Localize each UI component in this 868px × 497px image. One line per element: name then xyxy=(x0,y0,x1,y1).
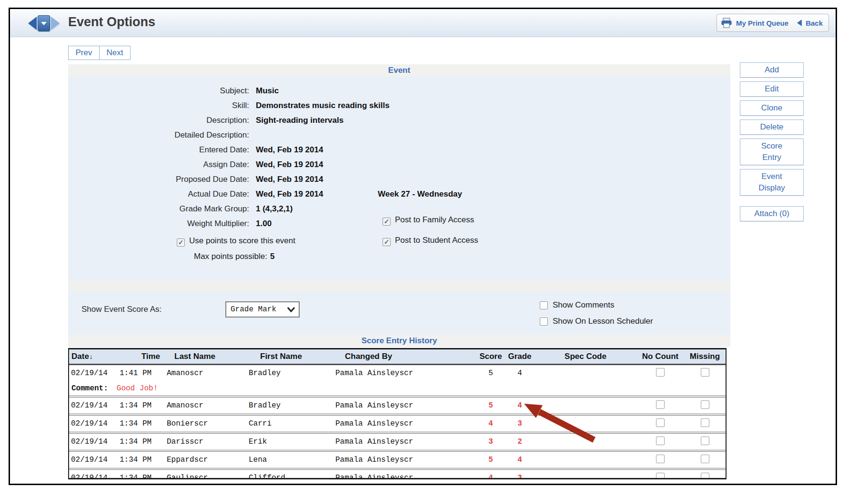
nocount-checkbox[interactable] xyxy=(656,400,665,409)
post-student-row: ✓Post to Student Access xyxy=(383,236,478,246)
nocount-checkbox[interactable] xyxy=(656,418,665,427)
cell-last: Darisscr xyxy=(162,433,233,451)
cell-time: 1:34 PM xyxy=(117,415,162,433)
cell-changed: Pamala Ainsleyscr xyxy=(306,365,476,382)
cell-last: Amanoscr xyxy=(162,365,233,382)
cell-time: 1:34 PM xyxy=(117,451,162,469)
field-value: Wed, Feb 19 2014 xyxy=(256,175,323,184)
column-header-grade[interactable]: Grade xyxy=(505,349,535,365)
score-entry-button[interactable]: Score Entry xyxy=(740,139,804,165)
nocount-checkbox[interactable] xyxy=(656,368,665,377)
use-points-checkbox[interactable]: ✓ xyxy=(177,239,185,247)
event-field-row: Entered Date:Wed, Feb 19 2014 xyxy=(68,142,730,157)
max-points-row: Max points possible:5 xyxy=(194,252,275,261)
cell-nocount xyxy=(636,397,684,415)
column-header-spec-code[interactable]: Spec Code xyxy=(535,349,636,365)
field-label: Subject: xyxy=(68,83,249,98)
history-row: 02/19/141:34 PMGaulinscrCliffordPamala A… xyxy=(69,469,726,479)
missing-checkbox[interactable] xyxy=(701,455,709,463)
history-section-header: Score Entry History xyxy=(68,335,730,347)
use-points-row: ✓Use points to score this event xyxy=(177,236,295,248)
clone-button[interactable]: Clone xyxy=(740,100,804,116)
field-extra: Week 27 - Wednesday xyxy=(378,187,462,201)
missing-checkbox[interactable] xyxy=(701,473,709,480)
section-divider xyxy=(68,280,730,292)
missing-checkbox[interactable] xyxy=(701,400,709,409)
cell-spec xyxy=(535,397,636,415)
back-link[interactable]: Back xyxy=(806,19,823,27)
record-menu-button[interactable] xyxy=(38,15,50,31)
column-header-time[interactable]: Time xyxy=(117,349,162,365)
max-points-value: 5 xyxy=(270,252,274,261)
event-section-header: Event xyxy=(68,64,730,77)
cell-missing xyxy=(684,397,726,415)
cell-date: 02/19/14 xyxy=(69,397,117,415)
event-field-row: Assign Date:Wed, Feb 19 2014 xyxy=(68,157,730,172)
add-button[interactable]: Add xyxy=(740,62,804,78)
cell-last: Amanoscr xyxy=(162,397,233,415)
history-row: 02/19/141:34 PMDarisscrErikPamala Ainsle… xyxy=(69,433,726,451)
next-button[interactable]: Next xyxy=(99,46,131,60)
print-queue-bar: My Print Queue Back xyxy=(717,14,829,32)
show-comments-checkbox[interactable] xyxy=(540,301,548,309)
cell-first: Lena xyxy=(233,451,306,469)
cell-time: 1:34 PM xyxy=(117,433,162,451)
history-row: 02/19/141:34 PMEppardscrLenaPamala Ainsl… xyxy=(69,451,726,469)
column-header-no-count[interactable]: No Count xyxy=(636,349,684,365)
nocount-checkbox[interactable] xyxy=(656,455,665,463)
delete-button[interactable]: Delete xyxy=(740,119,804,135)
cell-grade: 3 xyxy=(505,415,535,433)
event-field-row: Grade Mark Group:1 (4,3,2,1) xyxy=(68,201,730,216)
table-header-row: Date↓ Time Last Name First Name Changed … xyxy=(69,349,726,365)
edit-button[interactable]: Edit xyxy=(740,81,804,97)
cell-missing xyxy=(684,365,726,382)
cell-last: Gaulinscr xyxy=(162,469,233,479)
previous-record-icon[interactable] xyxy=(28,17,37,30)
score-options-panel: Show Event Score As: Grade Mark Show Com… xyxy=(68,292,730,335)
event-field-row: Actual Due Date:Wed, Feb 19 2014Week 27 … xyxy=(68,187,730,201)
column-header-score[interactable]: Score xyxy=(476,349,505,365)
field-label: Grade Mark Group: xyxy=(68,201,249,216)
missing-checkbox[interactable] xyxy=(701,418,709,427)
column-header-last-name[interactable]: Last Name xyxy=(162,349,233,365)
post-student-checkbox[interactable]: ✓ xyxy=(383,238,391,246)
column-header-changed-by[interactable]: Changed By xyxy=(306,349,476,365)
pager: Prev Next xyxy=(68,46,131,60)
event-field-row: Subject:Music xyxy=(68,83,730,98)
cell-first: Carri xyxy=(233,415,306,433)
cell-nocount xyxy=(636,469,684,479)
attach-button[interactable]: Attach (0) xyxy=(740,206,804,221)
field-label: Detailed Description: xyxy=(68,128,249,142)
field-value: 1 (4,3,2,1) xyxy=(256,204,293,213)
event-field-row: Description:Sight-reading intervals xyxy=(68,113,730,128)
app-window: Event Options My Print Queue Back Prev N… xyxy=(9,8,837,485)
show-event-score-as-label: Show Event Score As: xyxy=(81,305,161,314)
missing-checkbox[interactable] xyxy=(701,368,709,377)
prev-button[interactable]: Prev xyxy=(68,46,100,60)
nocount-checkbox[interactable] xyxy=(656,437,665,445)
cell-grade: 4 xyxy=(505,365,535,382)
history-rows: 02/19/141:41 PMAmanoscrBradleyPamala Ain… xyxy=(69,365,726,480)
post-family-checkbox[interactable]: ✓ xyxy=(383,218,391,226)
cell-changed: Pamala Ainsleyscr xyxy=(306,415,476,433)
record-nav xyxy=(28,15,60,31)
score-as-dropdown[interactable]: Grade Mark xyxy=(225,301,300,318)
column-header-first-name[interactable]: First Name xyxy=(233,349,306,365)
cell-changed: Pamala Ainsleyscr xyxy=(306,469,476,479)
cell-first: Bradley xyxy=(233,397,306,415)
nocount-checkbox[interactable] xyxy=(656,473,665,480)
missing-checkbox[interactable] xyxy=(701,437,709,445)
dropdown-chevron-icon xyxy=(287,307,295,312)
show-scheduler-checkbox[interactable] xyxy=(540,318,548,326)
field-value: Wed, Feb 19 2014 xyxy=(256,189,323,199)
cell-nocount xyxy=(636,365,684,382)
field-label: Entered Date: xyxy=(68,142,249,157)
comment-label: Comment: xyxy=(71,384,108,393)
cell-spec xyxy=(535,433,636,451)
next-record-icon[interactable] xyxy=(51,17,60,30)
column-header-date[interactable]: Date↓ xyxy=(69,349,117,365)
my-print-queue-link[interactable]: My Print Queue xyxy=(736,19,788,27)
column-header-missing[interactable]: Missing xyxy=(684,349,726,365)
cell-score: 5 xyxy=(476,365,505,382)
event-display-button[interactable]: Event Display xyxy=(740,169,804,196)
